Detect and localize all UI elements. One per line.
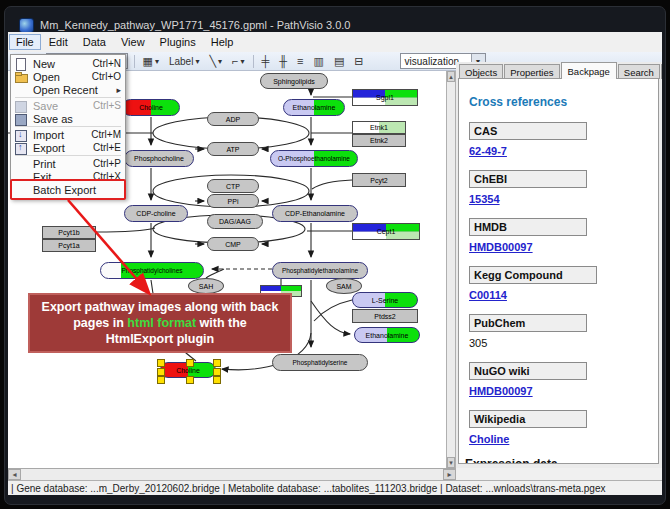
menu-plugins[interactable]: Plugins [153, 34, 203, 50]
node-phosphatidylserine[interactable]: Phosphatidylserine [272, 354, 368, 371]
file-menu-item-open[interactable]: OpenCtrl+O [11, 70, 125, 83]
node-cdp-choline[interactable]: CDP-choline [124, 205, 188, 222]
annotation-highlight: html format [127, 316, 196, 330]
scroll-right-arrow[interactable]: ▸ [443, 469, 456, 480]
selection-handle[interactable] [213, 368, 221, 376]
file-menu-item-print[interactable]: PrintCtrl+P [11, 157, 125, 170]
menu-edit[interactable]: Edit [42, 34, 75, 50]
selection-handle[interactable] [213, 359, 221, 367]
crossrefs-heading: Cross references [469, 95, 658, 109]
line-icon: ╲ [209, 56, 216, 67]
tab-legend[interactable]: Legend [661, 64, 662, 79]
export-icon [14, 142, 28, 154]
menu-separator [15, 97, 121, 98]
file-menu-item-save[interactable]: SaveCtrl+S [11, 99, 125, 112]
file-menu-item-save-as[interactable]: Save as [11, 112, 125, 125]
canvas-vertical-scrollbar[interactable]: ▴ ▾ [446, 71, 456, 468]
menu-view[interactable]: View [114, 34, 152, 50]
align-middle-icon: ╫ [279, 56, 287, 67]
stack-vertical-icon: ≡ [297, 56, 303, 67]
node-pcyt2[interactable]: Pcyt2 [352, 173, 406, 187]
node-ppi[interactable]: PPi [207, 194, 259, 208]
scroll-left-arrow[interactable]: ◂ [8, 469, 21, 480]
side-panel-tabs: Objects Properties Backpage Search Legen… [459, 62, 662, 79]
tab-backpage[interactable]: Backpage [561, 62, 617, 79]
file-menu-popup: NewCtrl+N OpenCtrl+O Open Recent SaveCtr… [10, 54, 126, 199]
selection-handle[interactable] [157, 376, 165, 384]
node-ctp[interactable]: CTP [207, 179, 259, 193]
node-etnk1[interactable]: Etnk1 [352, 121, 406, 134]
common-height-icon: ⊟ [354, 56, 363, 67]
import-icon [14, 129, 28, 141]
scroll-up-arrow[interactable]: ▴ [447, 71, 455, 82]
node-ethanolamine[interactable]: Ethanolamine [283, 99, 345, 116]
selection-handle[interactable] [157, 359, 165, 367]
node-dag-aag[interactable]: DAG/AAG [207, 214, 263, 229]
node-phosphatidylethanolamine[interactable]: Phosphatidylethanolamine [272, 262, 368, 279]
tab-objects[interactable]: Objects [459, 64, 503, 79]
crossref-link-chebi[interactable]: 15354 [469, 193, 658, 205]
node-phosphatidylcholines[interactable]: Phosphatidylcholines [100, 262, 204, 279]
node-cept1[interactable]: Cept1 [352, 223, 420, 240]
node-phosphocholine[interactable]: Phosphocholine [124, 150, 194, 167]
file-menu-item-import[interactable]: ImportCtrl+M [11, 128, 125, 141]
datanode-template-button[interactable]: ▦▾ [141, 55, 161, 68]
menu-data[interactable]: Data [76, 34, 113, 50]
menubar: File Edit Data View Plugins Help [8, 32, 662, 53]
node-atp[interactable]: ATP [207, 142, 259, 156]
node-adp[interactable]: ADP [207, 112, 259, 126]
annotation-line2: pages in html format with the [32, 315, 288, 331]
tab-properties[interactable]: Properties [504, 64, 559, 79]
common-height-button[interactable]: ⊟ [352, 55, 365, 68]
align-center-button[interactable]: ╪ [260, 55, 272, 68]
node-etnk2[interactable]: Etnk2 [352, 134, 406, 147]
annotation-callout: Export pathway images along with back pa… [28, 293, 292, 353]
crossref-link-cas[interactable]: 62-49-7 [469, 145, 658, 157]
save-as-icon [14, 113, 28, 125]
node-cdp-ethanolamine[interactable]: CDP-Ethanolamine [272, 205, 358, 222]
file-menu-item-new[interactable]: NewCtrl+N [11, 57, 125, 70]
node-choline[interactable]: Choline [122, 99, 180, 116]
align-middle-button[interactable]: ╫ [277, 55, 289, 68]
node-label: Choline [176, 367, 200, 374]
label-tool-button[interactable]: Label▾ [167, 55, 201, 68]
node-ethanolamine-bottom[interactable]: Ethanolamine [354, 327, 420, 343]
node-sgpl1[interactable]: Sgpl1 [352, 89, 418, 106]
selection-handle[interactable] [186, 376, 194, 384]
node-pcyt1b[interactable]: Pcyt1b [42, 226, 96, 239]
save-icon [14, 100, 28, 112]
node-sphingolipids[interactable]: Sphingolipids [260, 73, 328, 89]
section-header-nugo: NuGO wiki [469, 362, 587, 380]
node-o-phosphoethanolamine[interactable]: O-Phosphoethanolamine [270, 150, 358, 167]
node-cmp[interactable]: CMP [207, 237, 259, 251]
stack-horizontal-button[interactable]: ▥ [312, 55, 326, 68]
file-menu-item-open-recent[interactable]: Open Recent [11, 83, 125, 96]
node-ptdss2[interactable]: Ptdss2 [352, 309, 418, 323]
selection-handle[interactable] [157, 368, 165, 376]
node-pcyt1a[interactable]: Pcyt1a [42, 239, 96, 252]
node-choline-selected[interactable]: Choline [160, 362, 216, 378]
menu-file[interactable]: File [9, 34, 41, 50]
connector-tool-button[interactable]: ⌐▾ [230, 55, 246, 68]
selection-handle[interactable] [186, 359, 194, 367]
common-width-button[interactable]: ▤ [332, 55, 346, 68]
menu-separator [15, 126, 121, 127]
toolbar-separator [134, 55, 135, 68]
scroll-down-arrow[interactable]: ▾ [447, 457, 455, 468]
file-menu-item-export[interactable]: ExportCtrl+E [11, 141, 125, 154]
crossref-link-nugo[interactable]: HMDB00097 [469, 385, 658, 397]
stack-vertical-button[interactable]: ≡ [295, 55, 305, 68]
connector-icon: ⌐ [232, 56, 238, 67]
batch-export-highlight-rectangle [10, 179, 126, 200]
tab-search[interactable]: Search [618, 64, 660, 79]
line-tool-button[interactable]: ╲▾ [207, 55, 224, 68]
section-header-kegg: Kegg Compound [469, 266, 597, 284]
crossref-link-hmdb[interactable]: HMDB00097 [469, 241, 658, 253]
canvas-horizontal-scrollbar[interactable]: ◂ ▸ [8, 468, 456, 480]
menu-help[interactable]: Help [204, 34, 241, 50]
node-sah[interactable]: SAH [188, 278, 224, 294]
node-l-serine[interactable]: L-Serine [352, 292, 418, 308]
crossref-link-wikipedia[interactable]: Choline [469, 433, 658, 445]
crossref-link-kegg[interactable]: C00114 [469, 289, 658, 301]
selection-handle[interactable] [213, 376, 221, 384]
